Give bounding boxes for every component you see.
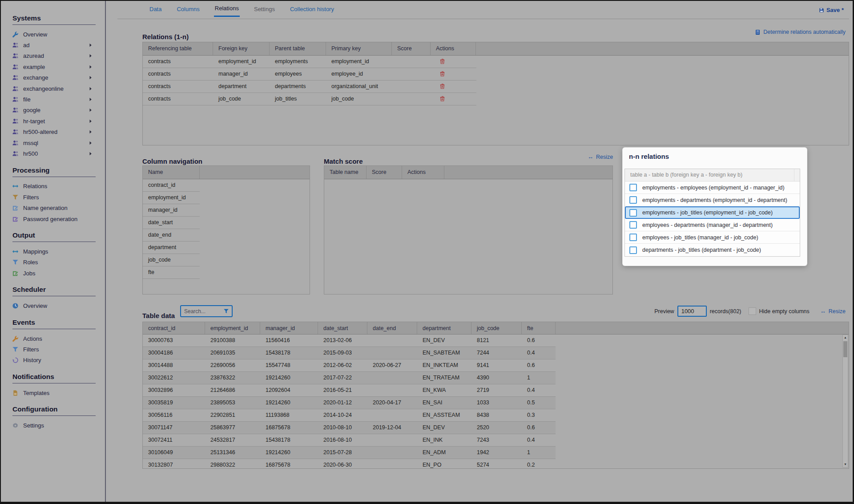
- column-nav-row[interactable]: contract_id: [143, 179, 200, 192]
- filter-funnel-icon[interactable]: [223, 308, 229, 314]
- data-row: 30072411 24532817 15438178 2016-08-10 EN…: [143, 434, 556, 447]
- sidebar-item[interactable]: Relations: [1, 181, 105, 192]
- sidebar-item[interactable]: exchange: [1, 73, 105, 83]
- sidebar-item[interactable]: Overview: [1, 29, 105, 40]
- foreign-key-cell: employment_id: [213, 56, 270, 68]
- sidebar-item[interactable]: Filters: [1, 192, 105, 202]
- match-score-resize-button[interactable]: ↔ Resize: [585, 153, 616, 161]
- sidebar-item[interactable]: google: [1, 105, 105, 116]
- tab[interactable]: Settings: [253, 5, 276, 17]
- sidebar-item[interactable]: hr-target: [1, 116, 105, 126]
- relation-checkbox[interactable]: [629, 246, 637, 254]
- column-nav-row[interactable]: date_end: [143, 229, 200, 242]
- scrollbar-thumb[interactable]: [843, 341, 847, 357]
- column-header: date_start: [318, 322, 367, 334]
- sidebar-item[interactable]: hr500: [1, 148, 105, 159]
- sidebar-section-title: Output: [12, 230, 105, 240]
- match-score-table: Table nameScoreActions: [324, 165, 613, 294]
- nn-relation-row[interactable]: employees - departments (manager_id - de…: [625, 219, 800, 231]
- tab[interactable]: Collection history: [289, 5, 335, 17]
- sidebar-item[interactable]: Name generation: [1, 202, 105, 213]
- nn-relation-row[interactable]: departments - job_titles (department - j…: [625, 244, 800, 256]
- delete-relation-button[interactable]: [439, 96, 445, 103]
- preview-count-input[interactable]: [677, 306, 707, 317]
- column-nav-row[interactable]: manager_id: [143, 204, 200, 217]
- determine-relations-button[interactable]: Determine relations automatically: [752, 28, 848, 36]
- data-row: 30004186 20691035 15438178 2015-09-03 EN…: [143, 347, 556, 359]
- hide-empty-columns-checkbox[interactable]: [749, 307, 756, 315]
- relation-checkbox[interactable]: [629, 196, 637, 204]
- nn-relation-row[interactable]: employments - departments (employment_id…: [625, 194, 800, 206]
- sidebar-section-title: Events: [12, 318, 105, 327]
- sidebar-item[interactable]: Actions: [1, 333, 105, 344]
- data-row: 30056116 22902851 11193868 2014-10-24 EN…: [143, 409, 556, 422]
- sidebar-item[interactable]: Mappings: [1, 246, 105, 257]
- relations-section-title: Relations (1-n): [142, 33, 189, 40]
- tab[interactable]: Relations: [214, 5, 240, 17]
- sidebar-item[interactable]: file: [1, 94, 105, 105]
- users-icon: [12, 129, 19, 135]
- sidebar-item-label: hr500-altered: [23, 129, 57, 135]
- delete-relation-button[interactable]: [439, 83, 445, 91]
- table-data-resize-button[interactable]: ↔ Resize: [818, 307, 848, 315]
- sidebar-item[interactable]: hr500-altered: [1, 127, 105, 137]
- scroll-up-arrow[interactable]: ▲: [843, 335, 848, 340]
- column-nav-row[interactable]: employment_id: [143, 192, 200, 204]
- sidebar-item-label: Relations: [23, 183, 47, 190]
- score-cell: [392, 93, 431, 105]
- data-row: 30022612 23876322 19214260 2017-07-22 EN…: [143, 372, 556, 384]
- tab[interactable]: Data: [149, 5, 162, 17]
- search-input[interactable]: [181, 308, 223, 314]
- delete-relation-button[interactable]: [439, 58, 445, 66]
- scroll-down-arrow[interactable]: ▼: [843, 462, 848, 467]
- chevron-right-icon: [89, 87, 93, 91]
- nn-relation-row[interactable]: employments - job_titles (employment_id …: [625, 206, 800, 219]
- sidebar-item[interactable]: Jobs: [1, 268, 105, 278]
- sidebar-item[interactable]: exchangeonline: [1, 83, 105, 94]
- sidebar-item[interactable]: Templates: [1, 387, 105, 398]
- sidebar-item[interactable]: azuread: [1, 51, 105, 61]
- nn-relation-row[interactable]: employees - job_titles (manager_id - job…: [625, 231, 800, 244]
- delete-relation-button[interactable]: [439, 71, 445, 78]
- sidebar-item-label: Jobs: [23, 270, 35, 277]
- sidebar-item[interactable]: ad: [1, 40, 105, 50]
- relations-table-body: contracts employment_id employments empl…: [143, 56, 849, 105]
- users-icon: [12, 74, 19, 81]
- save-button[interactable]: Save *: [816, 6, 846, 14]
- tab[interactable]: Columns: [176, 5, 200, 17]
- sidebar-section-header: Systems: [1, 13, 105, 25]
- column-nav-row[interactable]: fte: [143, 266, 200, 279]
- note-green-icon: [12, 270, 19, 277]
- column-header: contract_id: [143, 322, 205, 334]
- sidebar-item[interactable]: History: [1, 355, 105, 366]
- sidebar-item[interactable]: mssql: [1, 137, 105, 148]
- sidebar-item[interactable]: Roles: [1, 257, 105, 268]
- column-nav-row[interactable]: department: [143, 242, 200, 254]
- sidebar-section-header: Processing: [1, 165, 105, 177]
- column-header: Score: [367, 166, 402, 179]
- sidebar-item-label: example: [23, 64, 45, 70]
- sidebar-item[interactable]: example: [1, 61, 105, 72]
- section-divider: [12, 296, 96, 296]
- column-nav-row[interactable]: job_code: [143, 254, 200, 266]
- parent-table-cell: employments: [270, 56, 326, 68]
- relation-checkbox[interactable]: [629, 209, 637, 217]
- column-navigation-title: Column navigation: [142, 157, 202, 165]
- column-header: Foreign key: [213, 42, 270, 55]
- nn-relation-row[interactable]: employments - employees (employment_id -…: [625, 181, 800, 194]
- sidebar-item[interactable]: Password generation: [1, 214, 105, 224]
- sidebar-item-label: file: [23, 96, 31, 103]
- relation-checkbox[interactable]: [629, 234, 637, 241]
- relation-checkbox[interactable]: [629, 221, 637, 229]
- sidebar-item[interactable]: Filters: [1, 344, 105, 355]
- foreign-key-cell: job_code: [213, 93, 270, 105]
- sidebar-item[interactable]: Overview: [1, 300, 105, 311]
- vertical-scrollbar[interactable]: ▲ ▼: [842, 335, 848, 468]
- referencing-table-cell: contracts: [143, 56, 213, 68]
- relation-checkbox[interactable]: [629, 184, 637, 191]
- column-nav-row[interactable]: date_start: [143, 217, 200, 229]
- data-row: 30014488 22690056 15547748 2012-06-02 20…: [143, 359, 556, 372]
- sidebar-item[interactable]: Settings: [1, 420, 105, 431]
- sidebar-section-header: Configuration: [1, 404, 105, 416]
- chevron-right-icon: [89, 141, 93, 145]
